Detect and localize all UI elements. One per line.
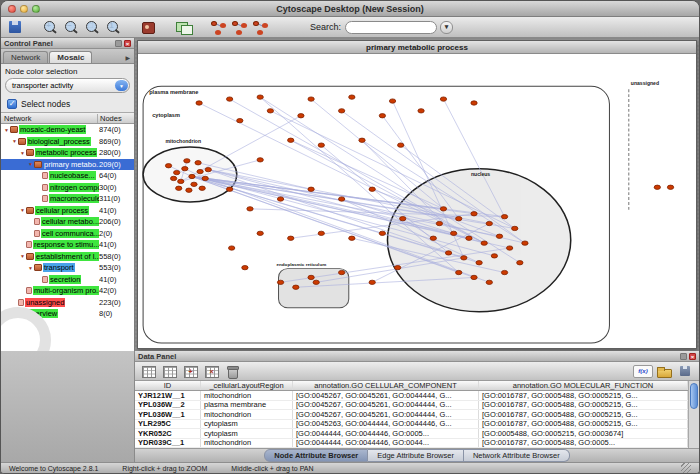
network-node[interactable] [226, 97, 232, 101]
network-node[interactable] [517, 261, 523, 265]
table-cell[interactable]: YPL036W__2 [135, 401, 201, 410]
network-node[interactable] [501, 270, 507, 274]
tree-item[interactable]: ▼metabolic process280(0) [1, 147, 134, 159]
network-node[interactable] [195, 161, 201, 165]
network-node[interactable] [436, 221, 442, 225]
network-node[interactable] [456, 270, 462, 274]
network-node[interactable] [165, 164, 171, 168]
data-panel-close-icon[interactable]: × [689, 353, 696, 360]
network-node[interactable] [369, 280, 375, 284]
tree-column-nodes[interactable]: Nodes [98, 114, 134, 123]
network-node[interactable] [242, 265, 248, 269]
network-node[interactable] [398, 143, 404, 147]
table-cell[interactable]: YKR052C [135, 429, 201, 438]
table-cell[interactable]: [GO:0005488, GO:0005215, GO:0003674] [479, 429, 688, 438]
import-attributes-icon[interactable] [655, 363, 674, 380]
network-node[interactable] [338, 197, 344, 201]
tree-item[interactable]: cell communica...2(0) [1, 228, 134, 240]
network-node[interactable] [205, 167, 211, 171]
table-row[interactable]: YDR039C__1mitochondrion[GO:0044444, GO:0… [135, 439, 688, 449]
network-node[interactable] [379, 114, 385, 118]
select-attributes-icon[interactable] [139, 363, 158, 380]
network-node[interactable] [369, 187, 375, 191]
tree-item[interactable]: secretion41(0) [1, 274, 134, 286]
tab-edge-attribute-browser[interactable]: Edge Attribute Browser [368, 449, 464, 462]
network-node[interactable] [522, 241, 528, 245]
search-input[interactable] [345, 21, 437, 34]
network-node[interactable] [257, 95, 263, 99]
column-header[interactable]: annotation.GO MOLECULAR_FUNCTION [479, 381, 688, 390]
network-node[interactable] [476, 261, 482, 265]
network-node[interactable] [486, 280, 492, 284]
table-cell[interactable]: cytoplasm [201, 420, 293, 429]
table-cell[interactable]: [GO:0045267, GO:0045261, GO:0044444, G..… [293, 410, 479, 419]
expand-arrow-icon[interactable]: ▼ [19, 150, 26, 156]
tree-item[interactable]: multi-organism pro...42(0) [1, 285, 134, 297]
network-node[interactable] [191, 182, 197, 186]
network-node[interactable] [471, 275, 477, 279]
expand-arrow-icon[interactable]: ▼ [19, 207, 26, 213]
table-cell[interactable]: mitochondrion [201, 391, 293, 400]
data-panel-titlebar[interactable]: Data Panel × [135, 351, 699, 362]
network-node[interactable] [440, 207, 446, 211]
network-canvas[interactable]: plasma membranecytoplasmmitochondrionnuc… [138, 54, 696, 348]
network-node[interactable] [182, 167, 188, 171]
select-nodes-checkbox[interactable]: ✓ [7, 99, 17, 109]
expand-arrow-icon[interactable]: ▼ [27, 161, 34, 167]
column-header[interactable]: _cellularLayoutRegion [201, 381, 293, 390]
network-edge[interactable] [230, 99, 485, 243]
search-options-icon[interactable]: ▾ [437, 19, 456, 36]
network-node[interactable] [174, 170, 180, 174]
table-cell[interactable]: [GO:0044444, GO:0044446, GO:0044... [293, 439, 479, 448]
network-node[interactable] [654, 185, 660, 189]
tab-mosaic[interactable]: Mosaic [49, 51, 92, 63]
table-cell[interactable]: cytoplasm [201, 429, 293, 438]
formula-builder-icon[interactable]: f(x) [633, 365, 653, 378]
tab-node-attribute-browser[interactable]: Node Attribute Browser [264, 449, 368, 462]
export-attributes-icon[interactable] [676, 363, 695, 380]
network-node[interactable] [512, 226, 518, 230]
control-panel-float-icon[interactable] [115, 40, 122, 47]
network-node[interactable] [189, 174, 195, 178]
network-node[interactable] [308, 275, 314, 279]
network-node[interactable] [178, 179, 184, 183]
table-cell[interactable]: YDR039C__1 [135, 439, 201, 448]
table-row[interactable]: YJR121W__1mitochondrion[GO:0045267, GO:0… [135, 391, 688, 401]
network-node[interactable] [507, 246, 513, 250]
table-cell[interactable]: [GO:0045267, GO:0045261, GO:0044444, G..… [293, 401, 479, 410]
network-node[interactable] [277, 197, 283, 201]
tree-item[interactable]: response to stimu...41(0) [1, 239, 134, 251]
network-node[interactable] [501, 215, 507, 219]
network-node[interactable] [176, 186, 182, 190]
tree-item[interactable]: nucleobase...64(0) [1, 170, 134, 182]
zoom-window-button[interactable] [32, 5, 40, 13]
window-titlebar[interactable]: Cytoscape Desktop (New Session) [1, 1, 699, 17]
network-node[interactable] [445, 251, 451, 255]
network-node[interactable] [288, 236, 294, 240]
zoom-selected-region-icon[interactable]: □ [83, 19, 102, 36]
tree-item[interactable]: ▼primary metabo...209(0) [1, 159, 134, 171]
network-node[interactable] [461, 256, 467, 260]
expand-arrow-icon[interactable]: ▼ [3, 127, 10, 133]
table-cell[interactable]: YPL036W__1 [135, 410, 201, 419]
network-node[interactable] [267, 109, 273, 113]
table-cell[interactable]: [GO:0045263, GO:0044444, GO:0044446, G..… [293, 420, 479, 429]
table-row[interactable]: YPL036W__2plasma membrane[GO:0045267, GO… [135, 401, 688, 411]
scrollbar-thumb[interactable] [690, 383, 698, 409]
table-cell[interactable]: [GO:0044444, GO:0044446, GO:0005... [293, 429, 479, 438]
network-node[interactable] [313, 280, 319, 284]
network-node[interactable] [247, 207, 253, 211]
network-node[interactable] [491, 254, 497, 258]
table-cell[interactable]: [GO:0016787, GO:0005488, GO:0005215, G..… [479, 410, 688, 419]
network-node[interactable] [496, 234, 502, 238]
network-node[interactable] [257, 158, 263, 162]
table-cell[interactable]: [GO:0016787, GO:0005488, GO:0005215, G..… [479, 391, 688, 400]
table-row[interactable]: YKR052Ccytoplasm[GO:0044444, GO:0044446,… [135, 429, 688, 439]
annotation-icon[interactable] [139, 19, 158, 36]
network-node[interactable] [308, 97, 314, 101]
network-node[interactable] [226, 187, 232, 191]
network-node[interactable] [293, 285, 299, 289]
network-node[interactable] [338, 270, 344, 274]
table-cell[interactable]: YJR121W__1 [135, 391, 201, 400]
network-node[interactable] [389, 99, 395, 103]
